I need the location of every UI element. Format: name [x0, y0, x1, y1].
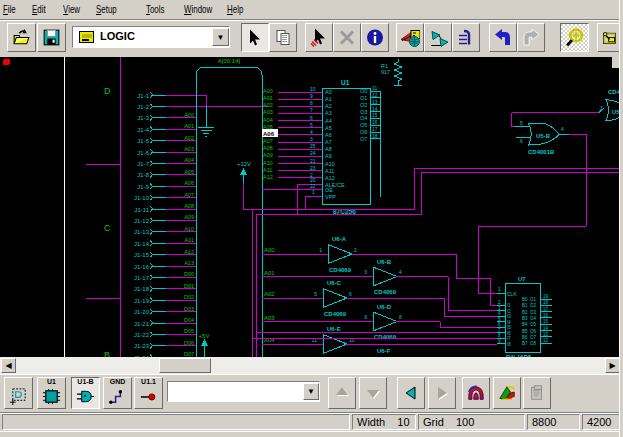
svg-text:25: 25 — [310, 143, 316, 149]
svg-text:23: 23 — [310, 165, 316, 171]
svg-text:J1-15: J1-15 — [134, 252, 150, 258]
svg-text:6: 6 — [349, 291, 352, 297]
svg-text:A03: A03 — [264, 315, 275, 321]
svg-text:A01: A01 — [184, 123, 194, 129]
svg-text:3: 3 — [498, 306, 501, 311]
svg-text:7: 7 — [498, 328, 501, 333]
svg-text:9: 9 — [364, 314, 367, 320]
svg-text:2: 2 — [354, 247, 357, 253]
svg-text:A10: A10 — [263, 160, 273, 166]
svg-text:CD4069: CD4069 — [374, 334, 397, 340]
svg-text:A6: A6 — [325, 132, 332, 138]
svg-text:917: 917 — [381, 69, 390, 75]
svg-text:16: 16 — [372, 119, 378, 125]
svg-text:A00: A00 — [263, 88, 273, 94]
svg-text:16: 16 — [543, 313, 549, 318]
svg-text:O4: O4 — [530, 316, 537, 321]
svg-text:J1-19: J1-19 — [134, 298, 150, 304]
svg-text:J1-23: J1-23 — [134, 343, 150, 349]
svg-text:U5: U5 — [612, 109, 619, 115]
svg-text:A12: A12 — [325, 175, 335, 181]
svg-text:1: 1 — [312, 189, 315, 195]
svg-text:A5: A5 — [325, 125, 332, 131]
svg-text:17: 17 — [372, 126, 378, 132]
svg-text:A05: A05 — [263, 124, 273, 130]
svg-text:22: 22 — [310, 183, 316, 189]
svg-text:D: D — [104, 86, 111, 96]
svg-text:A00: A00 — [184, 112, 194, 118]
svg-text:O1: O1 — [360, 95, 367, 101]
svg-text:5: 5 — [314, 291, 317, 297]
svg-text:5: 5 — [520, 120, 523, 126]
svg-text:6: 6 — [310, 115, 313, 121]
svg-text:U6-F: U6-F — [377, 348, 391, 354]
svg-text:J1-6: J1-6 — [137, 150, 149, 156]
svg-text:13: 13 — [543, 332, 549, 337]
svg-text:1: 1 — [319, 247, 322, 253]
svg-text:A08: A08 — [263, 145, 273, 151]
svg-text:10: 10 — [310, 86, 316, 92]
svg-text:J1-5: J1-5 — [137, 138, 149, 144]
svg-text:A07: A07 — [263, 138, 273, 144]
svg-text:A05: A05 — [184, 169, 194, 175]
svg-text:A06: A06 — [263, 131, 275, 137]
svg-text:O2: O2 — [530, 303, 537, 308]
svg-text:U1: U1 — [341, 79, 350, 86]
svg-text:A06: A06 — [184, 180, 194, 186]
svg-text:3: 3 — [310, 136, 313, 142]
svg-text:9: 9 — [498, 339, 501, 344]
svg-text:1: 1 — [498, 286, 501, 292]
svg-text:J1-11: J1-11 — [134, 207, 149, 213]
svg-text:5: 5 — [310, 122, 313, 128]
svg-text:CLK: CLK — [507, 291, 517, 297]
svg-text:12: 12 — [372, 92, 378, 98]
svg-text:CD4001B: CD4001B — [528, 149, 555, 155]
svg-text:A2: A2 — [325, 103, 332, 109]
svg-text:12: 12 — [543, 338, 549, 343]
svg-text:J1-8: J1-8 — [137, 172, 149, 178]
svg-text:A03: A03 — [263, 109, 273, 115]
svg-text:B4: B4 — [522, 322, 528, 327]
svg-text:J1-1: J1-1 — [137, 93, 149, 99]
svg-text:U7: U7 — [518, 276, 526, 282]
svg-text:I7: I7 — [507, 336, 511, 341]
svg-text:O6: O6 — [530, 329, 537, 334]
svg-text:O0: O0 — [360, 88, 367, 94]
svg-text:14: 14 — [543, 326, 549, 331]
svg-text:O1: O1 — [530, 297, 537, 302]
svg-text:D03: D03 — [184, 306, 194, 312]
svg-text:8: 8 — [310, 100, 313, 106]
svg-text:A07: A07 — [184, 192, 194, 198]
svg-text:J1-4: J1-4 — [137, 127, 149, 133]
svg-text:D05: D05 — [184, 328, 194, 334]
svg-text:A04: A04 — [263, 117, 273, 123]
svg-text:U6-B: U6-B — [377, 259, 392, 265]
svg-text:D06: D06 — [184, 340, 194, 346]
svg-text:8: 8 — [399, 314, 402, 320]
svg-text:J1-2: J1-2 — [137, 104, 149, 110]
svg-text:17: 17 — [543, 307, 549, 312]
svg-text:5: 5 — [498, 317, 501, 322]
svg-text:A00: A00 — [264, 247, 275, 253]
svg-text:J1-3: J1-3 — [137, 115, 149, 121]
svg-text:13: 13 — [372, 99, 378, 105]
svg-text:A09: A09 — [184, 214, 194, 220]
svg-text:VPP: VPP — [325, 194, 336, 200]
svg-text:I4: I4 — [507, 320, 511, 325]
svg-text:CD40: CD40 — [608, 89, 619, 95]
svg-text:B1: B1 — [522, 303, 528, 308]
svg-text:15: 15 — [372, 112, 378, 118]
svg-text:I6: I6 — [507, 331, 511, 336]
svg-text:A1: A1 — [325, 96, 332, 102]
svg-text:4: 4 — [498, 311, 501, 316]
svg-text:14: 14 — [372, 106, 378, 112]
svg-text:A01: A01 — [263, 95, 273, 101]
svg-text:A11: A11 — [263, 167, 272, 173]
svg-text:10: 10 — [349, 337, 355, 343]
svg-text:+12V: +12V — [237, 161, 251, 167]
svg-text:4: 4 — [310, 129, 313, 135]
svg-text:I8: I8 — [507, 342, 511, 347]
svg-text:A10: A10 — [325, 161, 335, 167]
svg-text:O5: O5 — [530, 322, 537, 327]
svg-text:A12: A12 — [263, 174, 273, 180]
